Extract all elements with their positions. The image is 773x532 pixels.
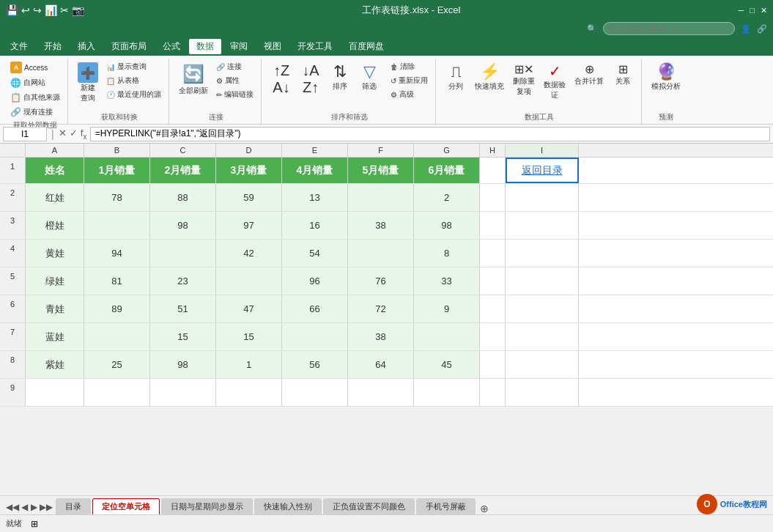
cell-e5[interactable]: 96 xyxy=(282,267,348,295)
cell-d1[interactable]: 3月销量 xyxy=(216,158,282,183)
share-icon[interactable]: 🔗 xyxy=(757,24,767,34)
menu-insert[interactable]: 插入 xyxy=(70,39,103,54)
cell-c6[interactable]: 51 xyxy=(150,295,216,322)
col-header-h[interactable]: H xyxy=(480,144,506,157)
cell-b3[interactable] xyxy=(84,212,150,239)
ribbon-btn-remove-dup[interactable]: ⊞✕ 删除重复项 xyxy=(509,60,539,99)
screenshot-icon[interactable]: 📷 xyxy=(72,4,84,16)
sheet-tab-date-sync[interactable]: 日期与星期同步显示 xyxy=(161,498,253,514)
cell-i7[interactable] xyxy=(506,323,579,350)
ribbon-btn-existing-connection[interactable]: 🔗 现有连接 xyxy=(7,106,63,119)
ribbon-btn-consolidate[interactable]: ⊕ 合并计算 xyxy=(571,60,607,89)
cell-d4[interactable]: 42 xyxy=(216,240,282,267)
cell-i6[interactable] xyxy=(506,295,579,322)
cell-a6[interactable]: 青娃 xyxy=(26,295,84,322)
cell-a9[interactable] xyxy=(26,379,84,406)
cell-a5[interactable]: 绿娃 xyxy=(26,267,84,295)
maximize-icon[interactable]: □ xyxy=(750,6,755,15)
ribbon-btn-new-query[interactable]: ➕ 新建查询 xyxy=(74,60,102,106)
sheet-tab-locate-empty[interactable]: 定位空单元格 xyxy=(92,498,160,514)
cell-f5[interactable]: 76 xyxy=(348,267,414,295)
ribbon-btn-sort-asc[interactable]: ↑ZA↓ xyxy=(267,60,295,98)
cell-g5[interactable]: 33 xyxy=(414,267,480,295)
redo-icon[interactable]: ↪ xyxy=(33,4,42,16)
cell-b9[interactable] xyxy=(84,379,150,406)
cell-c1[interactable]: 2月销量 xyxy=(150,158,216,183)
cell-g3[interactable]: 98 xyxy=(414,212,480,239)
cell-i2[interactable] xyxy=(506,184,579,211)
cell-c2[interactable]: 88 xyxy=(150,184,216,211)
cell-d7[interactable]: 15 xyxy=(216,323,282,350)
cell-d2[interactable]: 59 xyxy=(216,184,282,211)
cell-e4[interactable]: 54 xyxy=(282,240,348,267)
chart-icon[interactable]: 📊 xyxy=(45,4,57,16)
cell-f6[interactable]: 72 xyxy=(348,295,414,322)
cell-i4[interactable] xyxy=(506,240,579,267)
cancel-formula-icon[interactable]: ✕ xyxy=(59,128,67,141)
cell-a1[interactable]: 姓名 xyxy=(26,158,84,183)
ribbon-btn-edit-links[interactable]: ✏ 编辑链接 xyxy=(213,88,256,101)
cell-f1[interactable]: 5月销量 xyxy=(348,158,414,183)
cell-e1[interactable]: 4月销量 xyxy=(282,158,348,183)
window-controls[interactable]: ─ □ ✕ xyxy=(739,6,767,15)
cell-h3[interactable] xyxy=(480,212,506,239)
ribbon-btn-other-sources[interactable]: 📋 自其他来源 xyxy=(7,91,63,104)
help-search-input[interactable] xyxy=(603,22,735,35)
ribbon-btn-show-query[interactable]: 📊 显示查询 xyxy=(103,60,164,73)
minimize-icon[interactable]: ─ xyxy=(739,6,744,15)
menu-review[interactable]: 审阅 xyxy=(223,39,255,54)
ribbon-btn-sort[interactable]: ⇅ 排序 xyxy=(326,60,354,94)
formula-input[interactable]: =HYPERLINK("#目录!a1","返回目录") xyxy=(90,127,770,141)
cell-h6[interactable] xyxy=(480,295,506,322)
cell-a3[interactable]: 橙娃 xyxy=(26,212,84,239)
cell-b6[interactable]: 89 xyxy=(84,295,150,322)
menu-baidu[interactable]: 百度网盘 xyxy=(341,39,391,54)
cell-h9[interactable] xyxy=(480,379,506,406)
cell-d5[interactable] xyxy=(216,267,282,295)
menu-page-layout[interactable]: 页面布局 xyxy=(104,39,154,54)
cell-d9[interactable] xyxy=(216,379,282,406)
cell-c7[interactable]: 15 xyxy=(150,323,216,350)
hyperlink-return-index[interactable]: 返回目录 xyxy=(522,164,563,177)
sheet-tab-phone-mask[interactable]: 手机号屏蔽 xyxy=(416,498,476,514)
menu-formula[interactable]: 公式 xyxy=(155,39,188,54)
ribbon-btn-properties[interactable]: ⚙ 属性 xyxy=(213,74,256,87)
cell-b8[interactable]: 25 xyxy=(84,351,150,378)
cell-a2[interactable]: 红娃 xyxy=(26,184,84,211)
add-sheet-icon[interactable]: ⊕ xyxy=(480,503,489,514)
ribbon-btn-validate[interactable]: ✓ 数据验证 xyxy=(540,60,569,103)
cell-i1[interactable]: 返回目录 xyxy=(506,158,579,183)
sheet-tab-navigation[interactable]: ◀◀ ◀ ▶ ▶▶ xyxy=(3,500,56,514)
cell-i5[interactable] xyxy=(506,267,579,295)
cell-g8[interactable]: 45 xyxy=(414,351,480,378)
cell-h4[interactable] xyxy=(480,240,506,267)
cell-reference-box[interactable]: I1 xyxy=(3,127,47,141)
cell-a8[interactable]: 紫娃 xyxy=(26,351,84,378)
col-header-c[interactable]: C xyxy=(150,144,216,157)
cell-i3[interactable] xyxy=(506,212,579,239)
cell-e9[interactable] xyxy=(282,379,348,406)
ribbon-btn-recent-sources[interactable]: 🕐 最近使用的源 xyxy=(103,88,164,101)
cell-i8[interactable] xyxy=(506,351,579,378)
col-header-d[interactable]: D xyxy=(216,144,282,157)
sheet-tab-index[interactable]: 目录 xyxy=(56,498,91,514)
sheet-tab-quick-input[interactable]: 快速输入性别 xyxy=(254,498,322,514)
cell-i9[interactable] xyxy=(506,379,579,406)
ribbon-btn-advanced[interactable]: ⚙ 高级 xyxy=(388,88,431,101)
cell-c5[interactable]: 23 xyxy=(150,267,216,295)
cell-g7[interactable] xyxy=(414,323,480,350)
ribbon-btn-clear[interactable]: 🗑 清除 xyxy=(388,60,431,73)
ribbon-btn-split[interactable]: ⎍ 分列 xyxy=(442,60,470,94)
cell-e3[interactable]: 16 xyxy=(282,212,348,239)
col-header-a[interactable]: A xyxy=(26,144,84,157)
cell-g9[interactable] xyxy=(414,379,480,406)
col-header-g[interactable]: G xyxy=(414,144,480,157)
menu-view[interactable]: 视图 xyxy=(256,39,289,54)
cell-g1[interactable]: 6月销量 xyxy=(414,158,480,183)
close-icon[interactable]: ✕ xyxy=(761,6,767,15)
macro-icon[interactable]: ⊞ xyxy=(31,519,38,529)
cell-f2[interactable] xyxy=(348,184,414,211)
cell-b5[interactable]: 81 xyxy=(84,267,150,295)
cell-e2[interactable]: 13 xyxy=(282,184,348,211)
undo-icon[interactable]: ↩ xyxy=(21,4,30,16)
